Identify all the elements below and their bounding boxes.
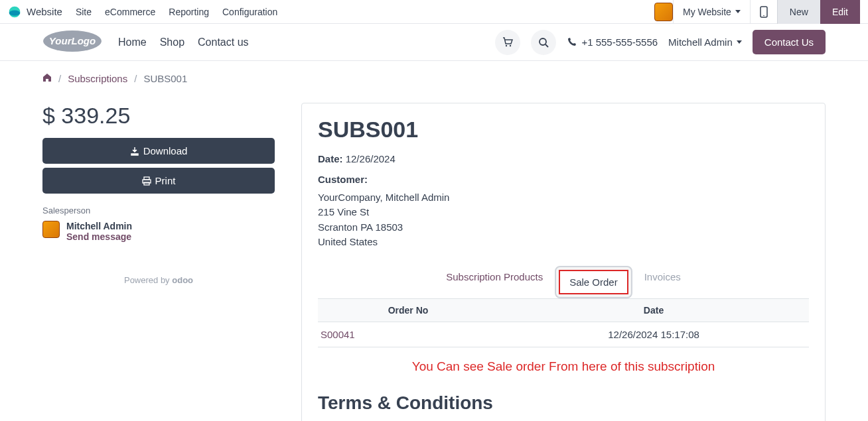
site-logo[interactable]: YourLogo bbox=[42, 30, 102, 54]
svg-rect-12 bbox=[144, 182, 149, 185]
mobile-icon bbox=[760, 6, 768, 18]
breadcrumb-home[interactable] bbox=[42, 73, 52, 84]
phone-icon bbox=[567, 38, 576, 47]
customer-line: Scranton PA 18503 bbox=[318, 220, 809, 235]
salesperson-avatar-icon bbox=[42, 221, 60, 238]
date-row: Date: 12/26/2024 bbox=[318, 153, 809, 164]
my-website-label: My Website bbox=[683, 7, 731, 17]
cell-date: 12/26/2024 15:17:08 bbox=[498, 322, 809, 347]
download-label: Download bbox=[143, 145, 188, 156]
yourlogo-icon: YourLogo bbox=[42, 30, 102, 52]
phone-display: +1 555-555-5556 bbox=[567, 36, 658, 48]
cart-button[interactable] bbox=[495, 30, 520, 55]
customer-block: Customer: YourCompany, Mitchell Admin 21… bbox=[318, 172, 809, 250]
user-avatar-icon[interactable] bbox=[654, 3, 673, 21]
powered-by-brand: odoo bbox=[172, 275, 193, 285]
edit-button[interactable]: Edit bbox=[820, 0, 860, 24]
mobile-preview-button[interactable] bbox=[750, 0, 777, 24]
sale-order-table: Order No Date S00041 12/26/2024 15:17:08 bbox=[318, 298, 809, 347]
customer-line: YourCompany, Mitchell Admin bbox=[318, 190, 809, 206]
edit-label: Edit bbox=[832, 7, 848, 17]
date-value: 12/26/2024 bbox=[346, 153, 396, 164]
svg-point-1 bbox=[9, 10, 21, 15]
terms-heading: Terms & Conditions bbox=[318, 392, 809, 414]
powered-by-text: Powered by bbox=[124, 275, 170, 285]
my-website-dropdown[interactable]: My Website bbox=[673, 0, 750, 24]
user-dropdown[interactable]: Mitchell Admin bbox=[668, 36, 742, 48]
admin-menu-configuration[interactable]: Configuration bbox=[222, 7, 277, 17]
main-container: $ 339.25 Download Print Salesperson Mitc… bbox=[0, 96, 868, 421]
table-row[interactable]: S00041 12/26/2024 15:17:08 bbox=[318, 322, 809, 347]
customer-line: 215 Vine St bbox=[318, 205, 809, 220]
home-icon bbox=[42, 73, 52, 82]
admin-menu-reporting[interactable]: Reporting bbox=[169, 7, 209, 17]
site-nav: Home Shop Contact us bbox=[118, 36, 249, 48]
admin-app-title[interactable]: Website bbox=[27, 6, 62, 17]
svg-point-6 bbox=[506, 44, 507, 46]
breadcrumb-separator: / bbox=[134, 73, 137, 84]
salesperson-name: Mitchell Admin bbox=[66, 221, 132, 231]
svg-text:YourLogo: YourLogo bbox=[49, 35, 96, 46]
tab-sale-order[interactable]: Sale Order bbox=[559, 270, 628, 294]
breadcrumb-subscriptions[interactable]: Subscriptions bbox=[68, 73, 127, 84]
tab-highlight-annotation: Sale Order bbox=[555, 266, 632, 298]
admin-menu-ecommerce[interactable]: eCommerce bbox=[105, 7, 155, 17]
new-button[interactable]: New bbox=[777, 0, 820, 24]
search-icon bbox=[538, 37, 549, 48]
breadcrumb-current: SUBS001 bbox=[143, 73, 187, 84]
nav-shop[interactable]: Shop bbox=[160, 36, 184, 48]
svg-line-9 bbox=[545, 44, 548, 47]
admin-bar: Website Site eCommerce Reporting Configu… bbox=[0, 0, 868, 24]
cell-order-no[interactable]: S00041 bbox=[318, 322, 498, 347]
search-button[interactable] bbox=[531, 30, 556, 55]
svg-point-7 bbox=[510, 44, 511, 46]
sidebar: $ 339.25 Download Print Salesperson Mitc… bbox=[42, 103, 275, 421]
col-date: Date bbox=[498, 298, 809, 322]
nav-home[interactable]: Home bbox=[118, 36, 147, 48]
date-label: Date: bbox=[318, 153, 343, 164]
caret-down-icon bbox=[735, 10, 741, 13]
page-title: SUBS001 bbox=[318, 117, 809, 143]
contact-us-button[interactable]: Contact Us bbox=[753, 30, 826, 54]
phone-number: +1 555-555-5556 bbox=[581, 36, 658, 48]
admin-right: My Website New Edit bbox=[654, 0, 860, 24]
breadcrumb: / Subscriptions / SUBS001 bbox=[0, 61, 868, 96]
tab-subscription-products[interactable]: Subscription Products bbox=[437, 266, 552, 298]
powered-by: Powered by odoo bbox=[42, 275, 275, 285]
nav-contact-us[interactable]: Contact us bbox=[198, 36, 248, 48]
admin-menu: Site eCommerce Reporting Configuration bbox=[76, 7, 277, 17]
site-header: YourLogo Home Shop Contact us +1 555-555… bbox=[0, 24, 868, 61]
customer-label: Customer: bbox=[318, 172, 809, 188]
print-icon bbox=[142, 176, 151, 186]
svg-point-3 bbox=[763, 15, 764, 16]
print-label: Print bbox=[155, 175, 176, 186]
customer-line: United States bbox=[318, 235, 809, 250]
contact-us-label: Contact Us bbox=[764, 36, 814, 48]
col-order-no: Order No bbox=[318, 298, 498, 322]
download-icon bbox=[130, 147, 139, 156]
send-message-link[interactable]: Send message bbox=[66, 231, 132, 242]
main-panel: SUBS001 Date: 12/26/2024 Customer: YourC… bbox=[301, 103, 826, 421]
site-header-right: +1 555-555-5556 Mitchell Admin Contact U… bbox=[495, 30, 826, 55]
tabs: Subscription Products Sale Order Invoice… bbox=[318, 266, 809, 298]
admin-menu-site[interactable]: Site bbox=[76, 7, 92, 17]
salesperson-label: Salesperson bbox=[42, 206, 275, 215]
caret-down-icon bbox=[737, 40, 742, 44]
tab-invoices[interactable]: Invoices bbox=[635, 266, 690, 298]
svg-point-8 bbox=[540, 38, 546, 45]
user-name: Mitchell Admin bbox=[668, 36, 733, 48]
salesperson-row: Mitchell Admin Send message bbox=[42, 221, 275, 242]
breadcrumb-separator: / bbox=[58, 73, 61, 84]
print-button[interactable]: Print bbox=[42, 168, 275, 194]
cart-icon bbox=[502, 37, 513, 48]
odoo-logo-icon bbox=[8, 5, 21, 19]
annotation-callout: You Can see Sale order From here of this… bbox=[318, 347, 809, 386]
download-button[interactable]: Download bbox=[42, 138, 275, 164]
amount-display: $ 339.25 bbox=[42, 103, 275, 129]
new-label: New bbox=[790, 7, 808, 17]
